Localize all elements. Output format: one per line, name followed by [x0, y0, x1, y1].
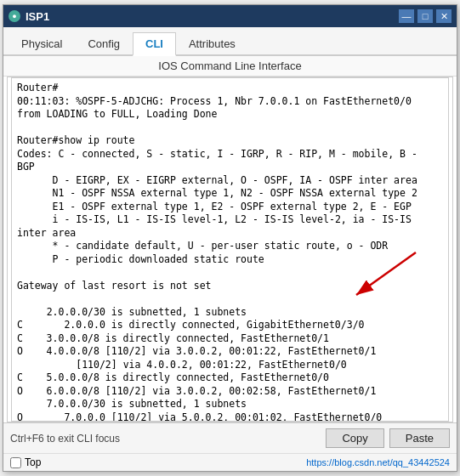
- tab-physical[interactable]: Physical: [9, 32, 75, 56]
- terminal-area[interactable]: Router# 00:11:03: %OSPF-5-ADJCHG: Proces…: [11, 77, 449, 422]
- tab-attributes[interactable]: Attributes: [176, 32, 248, 56]
- terminal-content: Router# 00:11:03: %OSPF-5-ADJCHG: Proces…: [17, 82, 443, 422]
- terminal-wrapper: Router# 00:11:03: %OSPF-5-ADJCHG: Proces…: [7, 76, 453, 422]
- top-checkbox-label[interactable]: Top: [10, 456, 41, 468]
- title-bar-left: ● ISP1: [9, 10, 49, 23]
- cli-header: IOS Command Line Interface: [3, 56, 457, 76]
- copy-button[interactable]: Copy: [326, 428, 383, 448]
- title-bar: ● ISP1 — □ ✕: [3, 5, 457, 27]
- status-bar: Top https://blog.csdn.net/qq_43442524: [3, 453, 457, 471]
- app-icon: ●: [9, 10, 20, 22]
- top-checkbox-input[interactable]: [10, 457, 21, 468]
- minimize-button[interactable]: —: [399, 9, 414, 23]
- main-window: ● ISP1 — □ ✕ Physical Config CLI Attribu…: [3, 4, 457, 472]
- maximize-button[interactable]: □: [417, 9, 433, 23]
- paste-button[interactable]: Paste: [389, 428, 450, 448]
- bottom-bar: Ctrl+F6 to exit CLI focus Copy Paste: [3, 422, 457, 453]
- tab-config[interactable]: Config: [75, 32, 133, 56]
- window-title: ISP1: [26, 10, 49, 23]
- tab-cli[interactable]: CLI: [133, 32, 176, 56]
- close-button[interactable]: ✕: [436, 9, 451, 23]
- cli-hint: Ctrl+F6 to exit CLI focus: [10, 433, 120, 445]
- top-label: Top: [25, 456, 41, 468]
- title-controls: — □ ✕: [399, 9, 451, 23]
- status-url: https://blog.csdn.net/qq_43442524: [306, 457, 450, 468]
- tab-bar: Physical Config CLI Attributes: [3, 27, 457, 56]
- action-buttons: Copy Paste: [326, 428, 450, 448]
